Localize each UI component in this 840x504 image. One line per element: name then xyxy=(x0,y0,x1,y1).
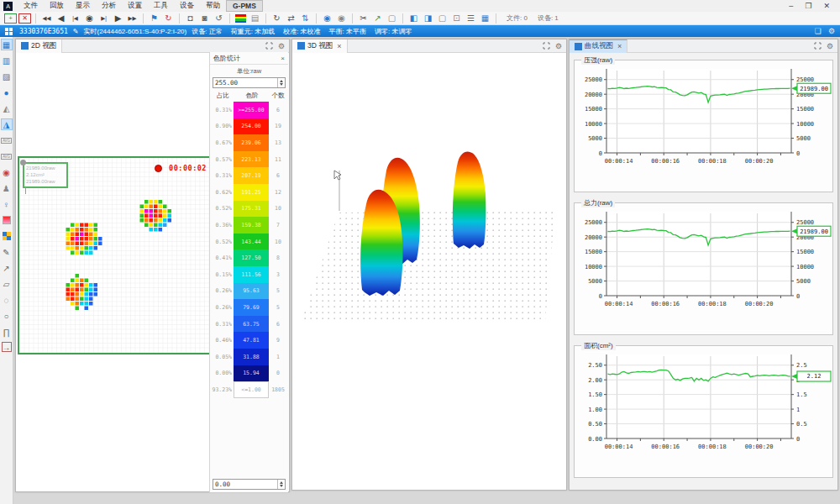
colorbar-icon[interactable] xyxy=(234,13,247,24)
swap-h-icon[interactable]: ⇄ xyxy=(285,13,297,24)
svg-text:15000: 15000 xyxy=(796,249,814,255)
go-end-icon[interactable]: ▶| xyxy=(97,13,110,24)
clipboard-icon[interactable]: ▤ xyxy=(249,13,261,24)
expand-icon[interactable] xyxy=(814,42,822,50)
polyline-tool-icon[interactable]: ↗ xyxy=(1,262,13,274)
target-tool-icon[interactable]: ◉ xyxy=(1,166,13,178)
rotate-icon[interactable]: ↻ xyxy=(270,13,283,24)
status-field: 设备: 正常 xyxy=(192,27,222,36)
menu-G-PMS[interactable]: G-PMS xyxy=(226,0,263,12)
panel-right-icon[interactable]: ◨ xyxy=(422,13,434,24)
spinner-arrows-icon[interactable] xyxy=(277,480,285,489)
export-tool-icon[interactable]: → xyxy=(2,342,12,352)
menu-工具[interactable]: 工具 xyxy=(148,0,174,12)
grid-half-tool-icon[interactable]: ▥ xyxy=(1,55,13,66)
expand-icon[interactable] xyxy=(265,42,273,50)
pressure-map-2d[interactable]: 21989.00raw 2.12cm² 21989.00raw 00:00:02 xyxy=(18,156,212,354)
expand-icon[interactable] xyxy=(543,42,550,50)
toolbar-separator xyxy=(316,13,317,24)
camera-icon[interactable]: ◘ xyxy=(184,13,197,24)
menu-文件[interactable]: 文件 xyxy=(18,0,44,12)
grid-icon[interactable]: ▦ xyxy=(479,13,491,24)
windows-logo-icon xyxy=(5,28,13,35)
pencil-tool-icon[interactable]: ✎ xyxy=(1,246,13,258)
tooltip-handle-icon[interactable] xyxy=(20,160,26,165)
close-icon[interactable]: × xyxy=(337,42,341,50)
bridge-tool-icon[interactable]: ∏ xyxy=(1,326,13,338)
tab-2d-view[interactable]: 2D 视图 xyxy=(16,39,62,53)
fast-forward-icon[interactable]: ▶▶ xyxy=(126,13,139,24)
stop-icon[interactable]: ◉ xyxy=(83,13,96,24)
target-gray-icon[interactable]: ◉ xyxy=(335,13,348,24)
chart-plot: 0050005000100001000015000150002000020000… xyxy=(576,208,832,333)
rewind-icon[interactable]: ◀◀ xyxy=(40,13,53,24)
add-frame-icon[interactable]: + xyxy=(4,13,17,24)
min-level-spinner[interactable]: 0.00 xyxy=(213,479,286,490)
prism-gray-tool-icon[interactable]: ◭ xyxy=(1,102,13,114)
prism-blue-tool-icon[interactable]: ◮ xyxy=(1,118,13,130)
toolbar: +✕◀◀◀|◀◉▶|▶▶▶⚑↻◘◙↺▤↻⇄⇅◉◉✂↗▢◧◨▢⊡☰▦ 文件: 0 … xyxy=(0,12,840,25)
avg-a-tool-icon[interactable]: AVG xyxy=(1,134,13,146)
circle-tool-icon[interactable]: ○ xyxy=(1,310,13,322)
camera-record-icon[interactable]: ◙ xyxy=(198,13,211,24)
step-back-icon[interactable]: ◀ xyxy=(55,13,67,24)
svg-text:00:00:16: 00:00:16 xyxy=(651,444,680,450)
swap-v-icon[interactable]: ⇅ xyxy=(299,13,312,24)
gear-icon[interactable]: ⚙ xyxy=(827,42,833,50)
camera-rotate-icon[interactable]: ↺ xyxy=(213,13,225,24)
map-value-tooltip[interactable]: 21989.00raw 2.12cm² 21989.00raw xyxy=(23,162,68,188)
play-icon[interactable]: ▶ xyxy=(112,13,124,24)
delete-frame-icon[interactable]: ✕ xyxy=(18,13,31,24)
cut-icon[interactable]: ✂ xyxy=(357,13,370,24)
close-icon[interactable]: × xyxy=(617,42,622,50)
quad-color-tool-icon[interactable] xyxy=(1,230,13,242)
edit-icon[interactable]: ✎ xyxy=(73,28,79,35)
hex-tool-icon[interactable]: ● xyxy=(1,87,13,98)
pin-tool-icon[interactable]: ♀ xyxy=(1,198,13,210)
target-blue-icon[interactable]: ◉ xyxy=(321,13,333,24)
close-button[interactable]: ✕ xyxy=(823,2,830,10)
menu-显示[interactable]: 显示 xyxy=(70,0,96,12)
histogram-row: 0.62%191.2512 xyxy=(210,184,288,201)
export-icon[interactable]: ↗ xyxy=(371,13,384,24)
svg-text:5000: 5000 xyxy=(796,278,811,285)
polygon-tool-icon[interactable]: ▱ xyxy=(1,278,13,290)
histogram-row: 0.90%254.0019 xyxy=(210,118,288,135)
minimize-button[interactable]: – xyxy=(789,2,793,10)
avg-b-tool-icon[interactable]: AVG xyxy=(1,150,13,162)
svg-text:00:00:20: 00:00:20 xyxy=(745,301,774,307)
pressure-surface-3d[interactable] xyxy=(292,53,566,490)
menu-帮助[interactable]: 帮助 xyxy=(200,0,226,12)
max-level-spinner[interactable]: 255.00 xyxy=(213,77,286,88)
menu-设备[interactable]: 设备 xyxy=(174,0,200,12)
lasso-tool-icon[interactable]: ◌ xyxy=(1,294,13,306)
spinner-arrows-icon[interactable] xyxy=(277,78,285,87)
svg-text:00:00:14: 00:00:14 xyxy=(605,444,633,450)
gear-icon[interactable]: ⚙ xyxy=(555,42,562,50)
monitor-icon[interactable]: ⊡ xyxy=(450,13,463,24)
loop-icon[interactable]: ↻ xyxy=(162,13,175,24)
person-tool-icon[interactable]: ♟ xyxy=(1,182,13,194)
mouse-cursor-icon xyxy=(334,171,341,180)
tab-curve-view[interactable]: 曲线视图 × xyxy=(570,39,627,53)
layout-icon[interactable]: ❏ xyxy=(815,27,822,35)
gradient-tool-icon[interactable] xyxy=(1,214,13,226)
close-icon[interactable]: × xyxy=(281,55,285,62)
go-start-icon[interactable]: |◀ xyxy=(69,13,81,24)
frame2-icon[interactable]: ▢ xyxy=(436,13,449,24)
tab-3d-view[interactable]: 3D 视图 × xyxy=(292,39,348,53)
menu-设置[interactable]: 设置 xyxy=(122,0,148,12)
panel-left-icon[interactable]: ◧ xyxy=(407,13,420,24)
maximize-button[interactable]: ❐ xyxy=(805,2,811,10)
gear-icon[interactable]: ⚙ xyxy=(828,27,835,35)
histogram-row: 0.41%127.508 xyxy=(210,249,288,266)
list-icon[interactable]: ☰ xyxy=(465,13,477,24)
grid-tool-icon[interactable]: ▦ xyxy=(1,39,13,50)
frame-icon[interactable]: ▢ xyxy=(386,13,398,24)
menu-分析[interactable]: 分析 xyxy=(96,0,122,12)
pin-icon[interactable]: ⚑ xyxy=(148,13,160,24)
gear-icon[interactable]: ⚙ xyxy=(278,42,285,50)
menu-回放[interactable]: 回放 xyxy=(44,0,70,12)
hatch-pen-tool-icon[interactable]: ▨ xyxy=(1,71,13,82)
svg-text:15000: 15000 xyxy=(585,249,602,255)
